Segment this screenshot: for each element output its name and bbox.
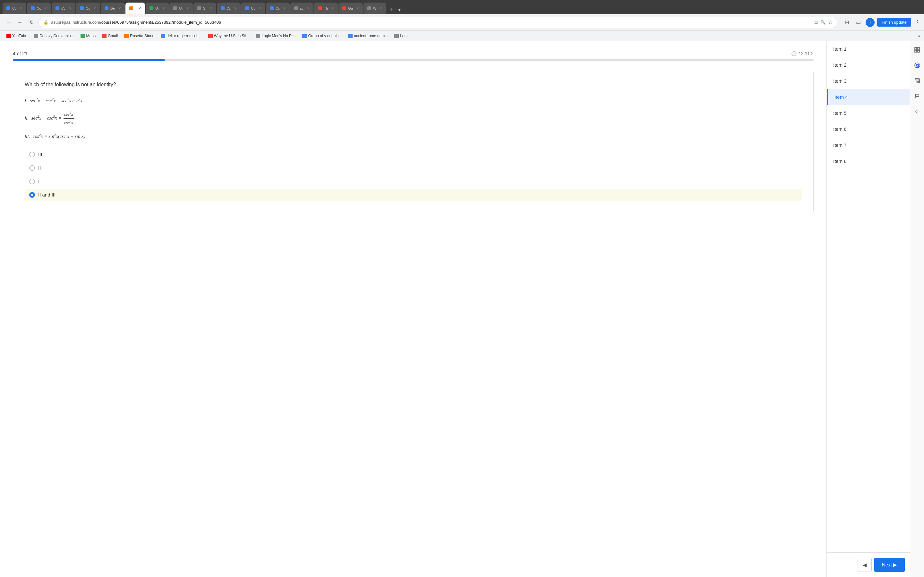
option-item-1[interactable]: III	[25, 148, 802, 161]
address-box[interactable]: 🔒 asuprepaz.instructure.com/courses/6597…	[39, 17, 837, 28]
svg-rect-0	[915, 47, 917, 49]
option-item-4[interactable]: II and III	[25, 189, 802, 201]
sidebar-tools: ♿	[910, 41, 924, 577]
tab-9[interactable]: Si ✕	[194, 3, 216, 14]
tool-grid-icon[interactable]	[912, 45, 922, 55]
bookmark-dellor[interactable]: dellor rage remix b...	[158, 33, 204, 39]
cast-icon: ⊡	[814, 20, 818, 25]
browser-menu-button[interactable]: ⋮	[915, 19, 920, 25]
question-text: Which of the following is not an identit…	[25, 81, 802, 89]
quiz-header: 4 of 21 🕐 12:11:2	[13, 51, 814, 56]
prev-button[interactable]: ◀	[858, 558, 872, 572]
svg-point-10	[918, 81, 919, 82]
sidebar-item-1[interactable]: Item 1	[827, 41, 910, 57]
sidebar-item-5[interactable]: Item 5	[827, 105, 910, 121]
bookmark-density[interactable]: Density Conversio...	[31, 33, 76, 39]
progress-bar-fill	[13, 59, 165, 61]
tab-4[interactable]: Cc ✕	[76, 3, 100, 14]
svg-rect-7	[916, 79, 919, 80]
question-card: Which of the following is not an identit…	[13, 71, 814, 212]
tab-overflow-button[interactable]: ▾	[396, 5, 403, 14]
option-item-2[interactable]: II	[25, 162, 802, 174]
bookmark-logic[interactable]: Logic Men's No Pr...	[253, 33, 298, 39]
quiz-time: 🕐 12:11:2	[791, 51, 814, 56]
bookmarks-bar: YouTube Density Conversio... Maps Gmail …	[0, 31, 924, 41]
tool-collapse-icon[interactable]	[912, 106, 922, 117]
tab-1[interactable]: Cc ✕	[3, 3, 26, 14]
sidebar-items-list: Item 1 Item 2 Item 3 Item 4 Item 5 Item …	[827, 41, 910, 552]
bookmark-star-icon[interactable]: ☆	[828, 19, 833, 25]
browser-chrome: Cc ✕ Cc ✕ Cc ✕ Cc ✕ De ✕ ✕	[0, 0, 924, 41]
tab-10[interactable]: Cc ✕	[217, 3, 241, 14]
bookmark-graph[interactable]: Graph of y equals...	[300, 33, 344, 39]
svg-rect-1	[918, 47, 919, 49]
sidebar-toggle[interactable]: ▭	[854, 18, 863, 27]
profile-button[interactable]: I	[866, 18, 875, 27]
tab-11[interactable]: Cc ✕	[241, 3, 265, 14]
sidebar-item-6[interactable]: Item 6	[827, 121, 910, 137]
quiz-sidebar: Item 1 Item 2 Item 3 Item 4 Item 5 Item …	[827, 41, 910, 577]
progress-bar-container	[13, 59, 814, 61]
extension-button[interactable]: ⊞	[843, 18, 851, 27]
forward-button[interactable]: →	[15, 18, 24, 27]
tab-16[interactable]: W ✕	[363, 3, 386, 14]
page-content: 4 of 21 🕐 12:11:2 Which of the following…	[0, 41, 924, 577]
math-statement-3: III. cos2x = sin2x(csc x − sin x)	[25, 132, 802, 141]
tool-calculator-icon[interactable]	[912, 76, 922, 86]
address-text: asuprepaz.instructure.com/courses/65975/…	[51, 20, 812, 25]
quiz-main: 4 of 21 🕐 12:11:2 Which of the following…	[0, 41, 827, 577]
svg-rect-3	[918, 50, 919, 52]
bookmark-maps[interactable]: Maps	[78, 33, 98, 39]
tab-7[interactable]: Ur ✕	[145, 3, 169, 14]
tab-12[interactable]: Cc ✕	[266, 3, 290, 14]
tab-6-active[interactable]: ✕	[126, 3, 145, 14]
bookmark-login[interactable]: Login	[392, 33, 412, 39]
address-bar-row: ← → ↻ 🔒 asuprepaz.instructure.com/course…	[0, 14, 924, 31]
radio-4[interactable]	[29, 192, 35, 198]
option-label-3: I	[38, 179, 39, 184]
radio-2[interactable]	[29, 165, 35, 171]
reload-button[interactable]: ↻	[27, 18, 36, 27]
finish-update-button[interactable]: Finish update	[877, 18, 911, 27]
bookmark-rome[interactable]: ancient rome nam...	[346, 33, 391, 39]
next-button[interactable]: Next ▶	[874, 558, 905, 572]
svg-rect-2	[915, 50, 917, 52]
tab-14[interactable]: Th ✕	[314, 3, 338, 14]
svg-point-9	[917, 81, 918, 82]
back-button[interactable]: ←	[4, 18, 13, 27]
svg-point-11	[916, 82, 916, 83]
radio-1[interactable]	[29, 152, 35, 157]
tab-13[interactable]: sc ✕	[290, 3, 313, 14]
bookmark-rosetta[interactable]: Rosetta Stone	[121, 33, 157, 39]
bookmark-why-us[interactable]: Why the U.S. Is Sti...	[206, 33, 252, 39]
sidebar-item-4[interactable]: Item 4	[827, 89, 910, 105]
math-statement-2: II. sec2x − csc2x = sec2x csc2x	[25, 110, 802, 127]
tab-2[interactable]: Cc ✕	[27, 3, 51, 14]
radio-3[interactable]	[29, 179, 35, 184]
option-label-4: II and III	[38, 192, 55, 197]
tab-5[interactable]: De ✕	[101, 3, 125, 14]
svg-text:♿: ♿	[915, 64, 919, 68]
tab-8[interactable]: Ur ✕	[170, 3, 193, 14]
sidebar-item-8[interactable]: Item 8	[827, 153, 910, 169]
search-icon: 🔍	[821, 20, 825, 25]
bookmarks-overflow[interactable]: »	[917, 33, 920, 39]
new-tab-button[interactable]: +	[387, 5, 396, 14]
math-statement-1: I. sec2x + csc2x = sec2x csc2x	[25, 96, 802, 105]
tool-flag-icon[interactable]	[912, 91, 922, 101]
sidebar-item-2[interactable]: Item 2	[827, 57, 910, 73]
options-list: III II I II and III	[25, 148, 802, 201]
quiz-progress-label: 4 of 21	[13, 51, 27, 56]
svg-point-13	[918, 82, 919, 83]
tab-3[interactable]: Cc ✕	[52, 3, 75, 14]
bookmark-youtube[interactable]: YouTube	[4, 33, 30, 39]
bookmark-gmail[interactable]: Gmail	[99, 33, 120, 39]
nav-footer: ◀ Next ▶	[827, 552, 910, 577]
option-item-3[interactable]: I	[25, 175, 802, 187]
sidebar-item-7[interactable]: Item 7	[827, 137, 910, 153]
tool-accessibility-icon[interactable]: ♿	[912, 60, 922, 71]
sidebar-item-3[interactable]: Item 3	[827, 73, 910, 89]
tab-bar: Cc ✕ Cc ✕ Cc ✕ Cc ✕ De ✕ ✕	[0, 0, 924, 14]
tab-15[interactable]: Gu ✕	[338, 3, 363, 14]
svg-point-8	[916, 81, 916, 82]
